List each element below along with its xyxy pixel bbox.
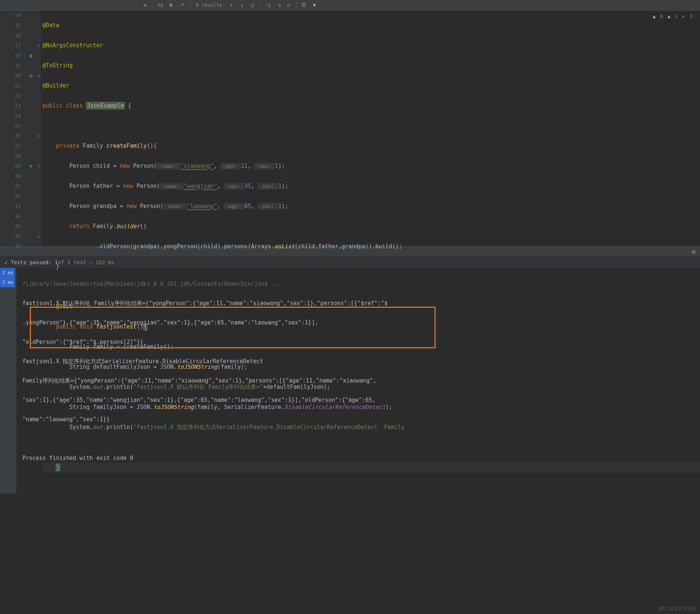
check-icon: ✔ [4, 259, 8, 266]
exit-line: Process finished with exit code 0 [22, 453, 700, 463]
search-results-count: 0 results [196, 2, 222, 8]
code-area[interactable]: @Data @NoArgsConstructor @ToString @Buil… [41, 10, 700, 246]
line-number: 23 [0, 101, 21, 111]
console-line [22, 434, 700, 444]
vcs-change-icon: ◉ [30, 51, 33, 61]
line-number: 27 [0, 141, 21, 151]
line-number: 18 [0, 51, 21, 61]
line-number: 28 [0, 151, 21, 161]
class-name: JsonExample [86, 102, 124, 109]
line-number: 19 [0, 61, 21, 71]
find-toolbar: ↻ Cc W .* 0 results ↑ ↓ ▢ ⁺▯ ⁻▯ ☑ ☰ ▼ [0, 0, 700, 10]
run-tool-window: ⚙ ✔ Tests passed: 1 of 1 test – 192 ms 2… [0, 246, 700, 493]
editor[interactable]: 1415161718192021222324252627282930313233… [0, 10, 700, 246]
add-occurrence-icon[interactable]: ⁺▯ [263, 1, 272, 9]
settings-icon[interactable]: ☰ [299, 1, 308, 9]
run-test-icon[interactable]: ▶ [30, 161, 32, 171]
line-number: 37 [0, 242, 21, 252]
hierarchy-icon[interactable]: ◐ [30, 71, 33, 81]
line-number: 33 [0, 201, 21, 211]
line-number: 24 [0, 111, 21, 121]
console-line: fastjson1.X 指定序列化方式SerializerFeature.Dis… [22, 356, 700, 366]
line-number: 26 [0, 131, 21, 141]
line-number: 22 [0, 91, 21, 101]
console-line: Family序列化结果={"yongPerson":{"age":11,"nam… [22, 376, 700, 386]
line-number: 32 [0, 191, 21, 201]
line-number: 21 [0, 81, 21, 91]
line-number: 15 [0, 20, 21, 31]
line-number: 16 [0, 31, 21, 41]
select-all-icon[interactable]: ▢ [248, 1, 257, 9]
gutter-icons: ◉ ◐ ▶ [26, 10, 36, 246]
fold-column[interactable]: ⊟ ⊟ ⊟⊟ ⊟ [36, 10, 41, 246]
regex-icon[interactable]: .* [177, 1, 186, 9]
line-number: 36 [0, 231, 21, 242]
java-command: /Library/Java/JavaVirtualMachines/jdk1.8… [22, 279, 700, 289]
line-number: 30 [0, 171, 21, 181]
line-number: 17 [0, 41, 21, 51]
refresh-icon[interactable]: ↻ [141, 1, 150, 9]
highlight-box [30, 307, 436, 348]
line-number-gutter: 1415161718192021222324252627282930313233… [0, 10, 26, 246]
words-icon[interactable]: W [166, 1, 175, 9]
line-number: 29 [0, 161, 21, 171]
line-number: 31 [0, 181, 21, 191]
select-occurrences-icon[interactable]: ☑ [284, 1, 293, 9]
console-line: "name":"laowang","sex":1}} [22, 415, 700, 424]
line-number: 25 [0, 121, 21, 131]
console-output[interactable]: /Library/Java/JavaVirtualMachines/jdk1.8… [16, 268, 700, 493]
match-case-icon[interactable]: Cc [156, 1, 165, 9]
watermark: @稀土掘金技术社区 [658, 605, 696, 612]
inspection-indicators[interactable]: ▲6 ▲1 ✔3 [653, 13, 693, 19]
prev-match-icon[interactable]: ↑ [227, 1, 236, 9]
line-number: 34 [0, 211, 21, 221]
test-duration-column: 2 ms 2 ms [0, 268, 16, 493]
line-number: 35 [0, 221, 21, 231]
filter-icon[interactable]: ▼ [310, 1, 319, 9]
next-match-icon[interactable]: ↓ [238, 1, 246, 9]
line-number: 14 [0, 10, 21, 20]
console-line: "sex":1},{"age":35,"name":"wangjian","se… [22, 395, 700, 405]
remove-occurrence-icon[interactable]: ⁻▯ [274, 1, 283, 9]
line-number: 20 [0, 71, 21, 81]
